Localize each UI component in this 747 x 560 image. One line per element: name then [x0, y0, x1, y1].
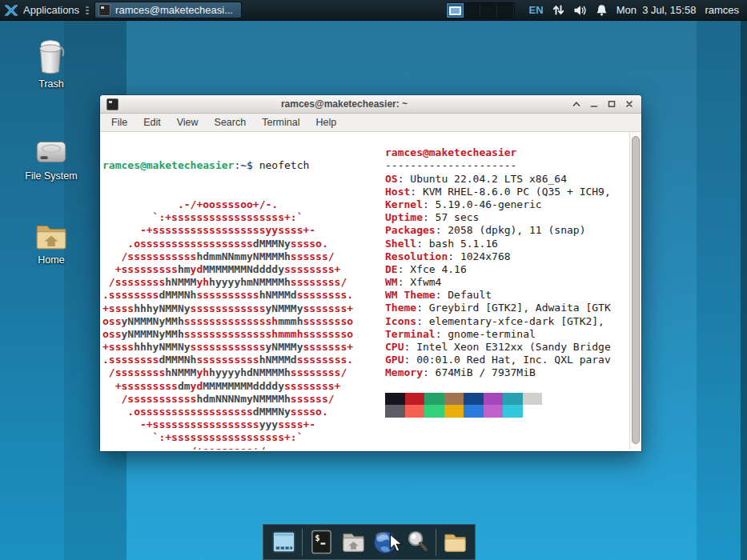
menu-item-view[interactable]: View	[169, 115, 207, 130]
ascii-art-line: .-/+oossssoo+/-.	[102, 198, 353, 211]
workspace-3[interactable]	[480, 3, 497, 18]
ascii-art-line: .ossssssssssssssssssdMMMNysssso.	[102, 238, 353, 250]
neofetch-info-kernel: Kernel: 5.19.0-46-generic	[385, 198, 611, 211]
panel-clock[interactable]: Mon 3 Jul, 15:58	[616, 4, 697, 16]
desktop-icon-trash[interactable]: Trash	[15, 36, 87, 90]
palette-swatch	[523, 405, 543, 417]
neofetch-info-terminal: Terminal: gnome-terminal	[385, 328, 611, 341]
terminal-content[interactable]: ramces@maketecheasier:~$ neofetch .-/+oo…	[100, 132, 641, 450]
workspace-2[interactable]	[464, 3, 480, 18]
desktop-icon-home[interactable]: Home	[15, 212, 87, 266]
shade-button[interactable]	[570, 98, 582, 110]
terminal-scrollbar[interactable]	[629, 132, 641, 450]
prompt-command: $ neofetch	[247, 159, 309, 171]
palette-swatch	[405, 405, 425, 417]
applications-menu-button[interactable]: Applications	[23, 4, 79, 16]
shell-prompt-line: ramces@maketecheasier:~$ neofetch	[102, 159, 353, 172]
neofetch-info-cpu: CPU: Intel Xeon E312xx (Sandy Bridge	[385, 341, 611, 354]
keyboard-layout-indicator[interactable]: EN	[529, 4, 544, 16]
xfce-logo-icon[interactable]	[3, 2, 19, 18]
notifications-bell-icon[interactable]	[596, 4, 608, 16]
ascii-art-line: +sssshhhyNMMNyssssssssssssyNMMMysssssss+	[102, 302, 353, 315]
palette-swatch	[405, 393, 425, 405]
ascii-art-line: +sssssssssdmydMMMMMMMMddddyssssssss+	[102, 380, 353, 393]
ascii-art-line: .-/+oossssoo+/-.	[102, 445, 353, 450]
home-folder-icon	[15, 212, 87, 252]
neofetch-info-resolution: Resolution: 1024x768	[385, 250, 611, 263]
desktop-icon-label: Home	[15, 254, 87, 266]
scrollbar-thumb[interactable]	[632, 136, 640, 444]
prompt-user-host: ramces@maketecheasier	[102, 159, 234, 171]
workspace-4[interactable]	[497, 3, 514, 18]
neofetch-info-packages: Packages: 2058 (dpkg), 11 (snap)	[385, 224, 611, 237]
menu-item-file[interactable]: File	[103, 115, 135, 130]
network-icon[interactable]	[552, 4, 564, 16]
ascii-art-line: /sssssssshNMMMyhhyyyyhmNMMMMhssssssss/	[102, 276, 353, 289]
window-title: ramces@maketecheasier: ~	[118, 98, 570, 110]
svg-text:$: $	[315, 533, 319, 543]
prompt-path: ~	[240, 159, 247, 171]
neofetch-info-uptime: Uptime: 57 secs	[385, 211, 611, 224]
app-finder-launcher[interactable]	[404, 528, 431, 557]
file-manager-launcher[interactable]	[339, 528, 367, 557]
neofetch-info-de: DE: Xfce 4.16	[385, 263, 611, 276]
desktop-icon-label: File System	[15, 170, 87, 182]
dock-separator	[436, 529, 436, 556]
neofetch-info-memory: Memory: 674MiB / 7937MiB	[385, 366, 611, 379]
panel-user-menu[interactable]: ramces	[705, 4, 739, 16]
desktop-icon-label: Trash	[15, 78, 87, 90]
neofetch-underline: ---------------------	[385, 159, 611, 172]
terminal-icon	[98, 4, 110, 16]
menu-item-search[interactable]: Search	[207, 115, 255, 130]
home-folder-launcher[interactable]	[441, 528, 468, 557]
palette-swatch	[484, 393, 504, 405]
ascii-art-line: +sssshhhyNMMNyssssssssssssyNMMMysssssss+	[102, 341, 353, 354]
taskbar-window-button[interactable]: ramces@maketecheasi...	[94, 2, 242, 18]
bottom-dock: $	[263, 524, 476, 560]
menu-item-terminal[interactable]: Terminal	[254, 115, 307, 130]
neofetch-title: ramces@maketecheasier	[385, 146, 611, 159]
palette-swatch	[523, 393, 543, 405]
maximize-button[interactable]	[605, 98, 617, 110]
neofetch-info-column: ramces@maketecheasier-------------------…	[385, 146, 611, 417]
menu-item-edit[interactable]: Edit	[135, 115, 169, 130]
window-titlebar-terminal-icon	[106, 98, 118, 110]
ascii-art-line: .ssssssssdMMMNhsssssssssshNMMMdssssssss.	[102, 354, 353, 366]
palette-swatch	[484, 405, 504, 417]
palette-swatch	[503, 405, 523, 417]
terminal-window: ramces@maketecheasier: ~ FileEditViewSea…	[100, 95, 641, 451]
neofetch-info-wm: WM: Xfwm4	[385, 276, 611, 289]
ascii-art-line: `:+ssssssssssssssssss+:`	[102, 211, 353, 224]
trash-icon	[15, 36, 87, 76]
terminal-launcher[interactable]: $	[307, 528, 335, 557]
mouse-cursor	[389, 534, 403, 556]
palette-swatch	[385, 405, 405, 417]
palette-swatch	[424, 393, 444, 405]
palette-swatch	[424, 405, 444, 417]
ascii-art-line: `:+ssssssssssssssssss+:`	[102, 431, 353, 444]
desktop-icon-file-system[interactable]: File System	[15, 128, 87, 182]
neofetch-info-wm-theme: WM Theme: Default	[385, 289, 611, 302]
close-button[interactable]	[623, 98, 635, 110]
palette-swatch	[444, 405, 464, 417]
ascii-art-line: .ossssssssssssssssssdMMMNysssso.	[102, 406, 353, 418]
filesystem-icon	[15, 128, 87, 168]
ascii-art-line: /ssssssssssshdmmNNmmyNMMMMhssssss/	[102, 250, 353, 263]
minimize-button[interactable]	[588, 98, 600, 110]
ascii-art-line: /sssssssshNMMMyhhyyyyhdNMMMMhssssssss/	[102, 366, 353, 379]
ascii-art-line: /ssssssssssshdmNNNNmyNMMMMhssssss/	[102, 393, 353, 406]
show-desktop-button[interactable]	[270, 528, 297, 557]
panel-handle	[86, 6, 89, 14]
ascii-art-line: .ssssssssdMMMNhsssssssssshNMMMdssssssss.	[102, 289, 353, 302]
window-titlebar[interactable]: ramces@maketecheasier: ~	[100, 95, 641, 114]
neofetch-ascii-art: .-/+oossssoo+/-. `:+ssssssssssssssssss+:…	[102, 198, 353, 450]
neofetch-info-os: OS: Ubuntu 22.04.2 LTS x86_64	[385, 173, 611, 186]
workspace-1[interactable]	[447, 3, 464, 18]
menu-item-help[interactable]: Help	[307, 115, 344, 130]
ascii-art-line: ossyNMMMNyMMhsssssssssssssshmmmhssssssso	[102, 328, 353, 341]
neofetch-info-shell: Shell: bash 5.1.16	[385, 238, 611, 250]
workspace-switcher	[446, 2, 515, 18]
palette-swatch	[464, 405, 484, 417]
volume-icon[interactable]	[573, 5, 587, 16]
taskbar-window-label: ramces@maketecheasi...	[115, 4, 233, 16]
